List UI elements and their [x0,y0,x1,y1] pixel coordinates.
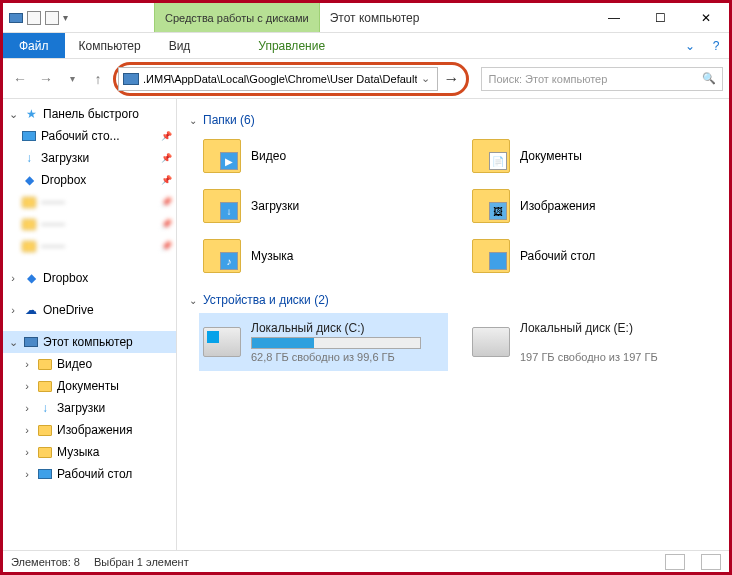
tab-manage[interactable]: Управление [244,33,339,58]
sidebar-desktop2[interactable]: › Рабочий стол [3,463,176,485]
drive-c[interactable]: Локальный диск (C:) 62,8 ГБ свободно из … [199,313,448,371]
qat-button-1[interactable] [27,11,41,25]
chevron-down-icon[interactable]: ⌄ [7,108,19,121]
sidebar-music[interactable]: › Музыка [3,441,176,463]
search-input[interactable]: Поиск: Этот компьютер 🔍 [481,67,723,91]
sidebar-quick-access[interactable]: ⌄ ★ Панель быстрого [3,103,176,125]
pin-icon: 📌 [161,219,172,229]
sidebar-dropbox-pinned[interactable]: ◆ Dropbox 📌 [3,169,176,191]
maximize-button[interactable]: ☐ [637,3,683,33]
sidebar-downloads[interactable]: ↓ Загрузки 📌 [3,147,176,169]
nav-history[interactable]: ▾ [61,68,83,90]
folder-music[interactable]: ♪ Музыка [199,233,448,279]
sidebar-video[interactable]: › Видео [3,353,176,375]
context-tab-drive-tools: Средства работы с дисками [154,3,320,32]
chevron-right-icon[interactable]: › [21,424,33,436]
folder-icon [37,356,53,372]
folder-icon [21,238,37,254]
sidebar-item-label: Загрузки [41,151,157,165]
desktop-icon [21,128,37,144]
pin-icon: 📌 [161,153,172,163]
view-details-button[interactable] [665,554,685,570]
downloads-icon: ↓ [37,400,53,416]
window-title: Этот компьютер [320,3,591,32]
folder-icon [21,216,37,232]
minimize-button[interactable]: — [591,3,637,33]
close-button[interactable]: ✕ [683,3,729,33]
qat-dropdown[interactable]: ▾ [63,12,68,23]
chevron-right-icon[interactable]: › [21,402,33,414]
drive-icon [203,327,241,357]
chevron-right-icon[interactable]: › [21,468,33,480]
tab-computer[interactable]: Компьютер [65,33,155,58]
sidebar-item-label: Этот компьютер [43,335,172,349]
chevron-right-icon[interactable]: › [7,272,19,284]
content-pane: ⌄ Папки (6) ▶ Видео 📄 Документы ↓ Загруз… [177,99,729,550]
file-tab[interactable]: Файл [3,33,65,58]
help-button[interactable]: ? [703,33,729,58]
folder-downloads[interactable]: ↓ Загрузки [199,183,448,229]
sidebar-documents[interactable]: › Документы [3,375,176,397]
navigation-pane: ⌄ ★ Панель быстрого Рабочий сто... 📌 ↓ З… [3,99,177,550]
quick-access-toolbar: ▾ [3,3,74,32]
folder-icon [21,194,37,210]
downloads-icon: ↓ [21,150,37,166]
sidebar-item-label: Dropbox [43,271,172,285]
pin-icon: 📌 [161,197,172,207]
drive-name: Локальный диск (C:) [251,321,421,335]
pc-icon [23,334,39,350]
folder-icon: 📄 [472,139,510,173]
folders-grid: ▶ Видео 📄 Документы ↓ Загрузки 🖼 Изображ… [199,133,717,279]
address-dropdown[interactable]: ⌄ [417,72,433,85]
sidebar-this-pc[interactable]: ⌄ Этот компьютер [3,331,176,353]
folder-label: Рабочий стол [520,249,595,263]
sidebar-item-label: Видео [57,357,172,371]
explorer-body: ⌄ ★ Панель быстрого Рабочий сто... 📌 ↓ З… [3,99,729,550]
star-icon: ★ [23,106,39,122]
folder-label: Загрузки [251,199,299,213]
sidebar-downloads2[interactable]: › ↓ Загрузки [3,397,176,419]
sidebar-item-label: Рабочий стол [57,467,172,481]
tab-view[interactable]: Вид [155,33,205,58]
view-icons-button[interactable] [701,554,721,570]
folder-documents[interactable]: 📄 Документы [468,133,717,179]
status-selection: Выбран 1 элемент [94,556,189,568]
address-go-button[interactable]: → [438,66,464,92]
folder-desktop[interactable]: Рабочий стол [468,233,717,279]
sidebar-item-blurred[interactable]: —— 📌 [3,191,176,213]
folder-icon: ▶ [203,139,241,173]
folder-icon: 🖼 [472,189,510,223]
chevron-right-icon[interactable]: › [21,358,33,370]
drive-e[interactable]: Локальный диск (E:) 197 ГБ свободно из 1… [468,313,717,371]
sidebar-item-label: Изображения [57,423,172,437]
drive-name: Локальный диск (E:) [520,321,658,335]
nav-back[interactable]: ← [9,68,31,90]
sidebar-item-label: —— [41,217,157,231]
chevron-right-icon[interactable]: › [21,380,33,392]
sidebar-pictures[interactable]: › Изображения [3,419,176,441]
sidebar-onedrive[interactable]: › ☁ OneDrive [3,299,176,321]
ribbon-collapse[interactable]: ⌄ [677,33,703,58]
nav-up[interactable]: ↑ [87,68,109,90]
chevron-right-icon[interactable]: › [7,304,19,316]
drives-grid: Локальный диск (C:) 62,8 ГБ свободно из … [199,313,717,371]
sidebar-item-label: OneDrive [43,303,172,317]
chevron-right-icon[interactable]: › [21,446,33,458]
drive-usage-bar [251,337,421,349]
folder-pictures[interactable]: 🖼 Изображения [468,183,717,229]
sidebar-item-label: Музыка [57,445,172,459]
group-header-folders[interactable]: ⌄ Папки (6) [189,113,717,127]
address-icon [123,73,139,85]
nav-forward[interactable]: → [35,68,57,90]
sidebar-dropbox[interactable]: › ◆ Dropbox [3,267,176,289]
address-highlight: .ИМЯ\AppData\Local\Google\Chrome\User Da… [113,62,469,96]
folder-video[interactable]: ▶ Видео [199,133,448,179]
group-header-drives[interactable]: ⌄ Устройства и диски (2) [189,293,717,307]
sidebar-desktop[interactable]: Рабочий сто... 📌 [3,125,176,147]
qat-button-2[interactable] [45,11,59,25]
chevron-down-icon[interactable]: ⌄ [7,336,19,349]
sidebar-item-blurred[interactable]: —— 📌 [3,235,176,257]
address-input[interactable]: .ИМЯ\AppData\Local\Google\Chrome\User Da… [118,67,438,91]
sidebar-item-blurred[interactable]: —— 📌 [3,213,176,235]
folder-label: Видео [251,149,286,163]
